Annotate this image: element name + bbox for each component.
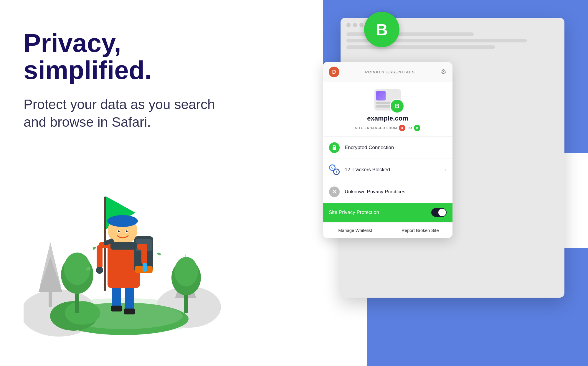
toggle-switch[interactable]: [431, 208, 447, 217]
site-enhanced: SITE ENHANCED FROM D TO B: [355, 125, 420, 131]
b-badge-top: B: [364, 12, 399, 47]
to-label: TO: [407, 126, 412, 130]
toggle-label: Site Privacy Protection: [329, 210, 379, 215]
svg-point-46: [92, 246, 96, 250]
svg-point-12: [65, 301, 100, 325]
svg-rect-30: [97, 245, 103, 269]
lock-icon: [329, 142, 340, 153]
browser-dot-1: [346, 23, 351, 27]
browser-dot-2: [353, 23, 357, 27]
svg-rect-24: [124, 309, 135, 314]
svg-rect-42: [110, 242, 137, 250]
svg-rect-33: [141, 247, 147, 264]
svg-rect-22: [111, 306, 122, 311]
site-icon-container: B: [374, 89, 401, 111]
facebook-tracker-icon: f: [333, 169, 340, 175]
site-name: example.com: [367, 115, 408, 122]
svg-point-41: [126, 230, 128, 232]
lock-icon-wrap: [329, 142, 340, 153]
browser-line-3: [346, 45, 495, 49]
b-badge-small-letter: B: [395, 102, 399, 110]
popup-toggle-row[interactable]: Site Privacy Protection: [323, 203, 452, 222]
trackers-icon: G f: [329, 164, 340, 175]
trackers-text: 12 Trackers Blocked: [345, 167, 440, 173]
trackers-icon-wrap: G f: [329, 164, 340, 175]
unknown-icon-wrap: ✕: [329, 187, 340, 197]
browser-dot-3: [359, 23, 364, 27]
lock-svg: [331, 145, 337, 151]
main-title: Privacy, simplified.: [24, 29, 230, 84]
popup-footer: Manage Whitelist Report Broken Site: [323, 222, 452, 238]
svg-text:D: D: [332, 69, 336, 75]
svg-point-31: [96, 267, 103, 274]
unknown-icon: ✕: [329, 186, 340, 197]
site-screenshot-img: [376, 91, 386, 100]
gear-icon[interactable]: ⚙: [441, 68, 447, 76]
browser-mockup: B D PRIVACY ESSENTIALS ⚙ B: [323, 18, 564, 342]
svg-point-45: [157, 252, 161, 256]
svg-point-39: [118, 230, 120, 232]
left-content: Privacy, simplified. Protect your data a…: [24, 29, 230, 131]
svg-rect-49: [333, 147, 336, 150]
popup-site: B example.com SITE ENHANCED FROM D TO B: [323, 82, 452, 136]
svg-rect-34: [143, 263, 147, 272]
grade-b-badge: B: [414, 125, 420, 131]
illustration: [24, 142, 224, 342]
svg-rect-37: [109, 217, 136, 224]
svg-point-15: [174, 257, 198, 286]
b-badge-top-letter: B: [376, 20, 388, 39]
report-broken-site-button[interactable]: Report Broken Site: [388, 222, 453, 238]
b-badge-small: B: [390, 99, 404, 113]
popup-card: D PRIVACY ESSENTIALS ⚙ B example.com SIT…: [323, 62, 452, 238]
grade-d-badge: D: [399, 125, 405, 131]
popup-title: PRIVACY ESSENTIALS: [365, 70, 415, 74]
popup-item-encrypted[interactable]: Encrypted Connection: [323, 136, 452, 159]
manage-whitelist-button[interactable]: Manage Whitelist: [323, 222, 388, 238]
svg-marker-5: [38, 257, 62, 292]
ddg-logo-icon: D: [329, 67, 339, 77]
popup-item-privacy[interactable]: ✕ Unknown Privacy Practices: [323, 181, 452, 203]
popup-header: D PRIVACY ESSENTIALS ⚙: [323, 62, 452, 82]
encrypted-text: Encrypted Connection: [345, 145, 447, 151]
subtitle: Protect your data as you search and brow…: [24, 96, 230, 131]
popup-item-trackers[interactable]: G f 12 Trackers Blocked ›: [323, 159, 452, 181]
toggle-thumb: [438, 209, 446, 216]
privacy-text: Unknown Privacy Practices: [345, 189, 447, 195]
chevron-right-icon: ›: [445, 167, 447, 173]
site-enhanced-label: SITE ENHANCED FROM: [355, 126, 397, 130]
